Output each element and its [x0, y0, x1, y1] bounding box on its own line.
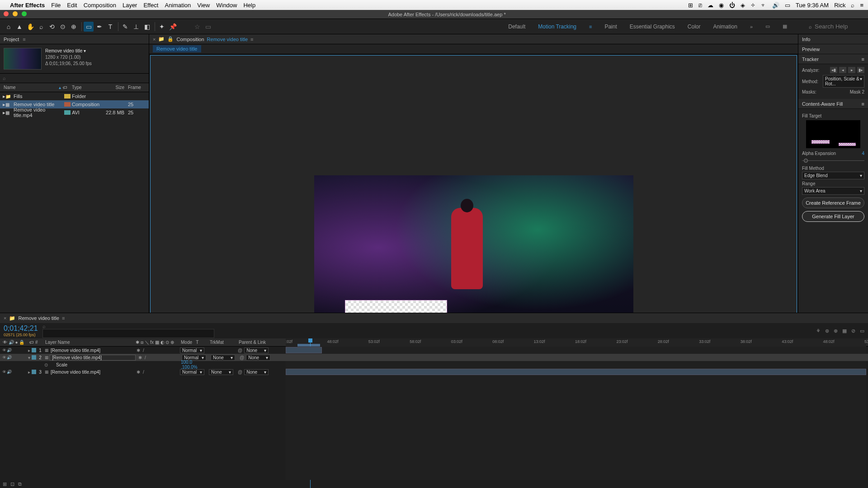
info-panel-header[interactable]: Info [798, 34, 868, 44]
home-icon[interactable]: ⌂ [4, 22, 14, 32]
twirl-icon[interactable]: ▸ [26, 370, 32, 375]
hand-tool-icon[interactable]: ✋ [25, 22, 35, 32]
search-help-input[interactable] [815, 23, 860, 30]
col-trkmat[interactable]: TrkMat [210, 340, 239, 345]
analyze-forward-button[interactable]: ▸ [848, 67, 855, 73]
project-comp-name[interactable]: Remove video title ▾ [45, 48, 92, 54]
audio-toggle[interactable]: 🔊 [7, 355, 11, 360]
preview-panel-header[interactable]: Preview [798, 44, 868, 54]
maximize-window-button[interactable] [22, 11, 27, 16]
minimize-window-button[interactable] [13, 11, 18, 16]
switch-icon[interactable]: ✱ [136, 340, 139, 345]
panel-menu-icon[interactable]: ≡ [862, 56, 864, 62]
cc-icon[interactable]: ◉ [719, 2, 724, 9]
app-name[interactable]: After Effects [10, 2, 45, 9]
status-icon[interactable]: ◈ [741, 2, 745, 9]
timeline-timecode[interactable]: 0;01;42;21 [4, 324, 38, 333]
timeline-layer-row[interactable]: 👁🔊▸1▦[Remove video title.mp4]✱/Normal▾@N… [0, 347, 868, 354]
workspace-paint[interactable]: Paint [604, 23, 617, 30]
col-solo-icon[interactable]: ● [15, 340, 18, 345]
col-type[interactable]: Type [72, 85, 99, 90]
layer-switch[interactable]: ✱ [137, 348, 140, 353]
generate-fill-layer-button[interactable]: Generate Fill Layer [802, 211, 864, 222]
twirl-icon[interactable]: ▾ [26, 355, 32, 360]
workspace-color[interactable]: Color [688, 23, 701, 30]
label-swatch[interactable] [32, 355, 36, 360]
menu-animation[interactable]: Animation [165, 2, 191, 9]
workspace-motion-tracking[interactable]: Motion Tracking [538, 23, 576, 30]
layer-switch[interactable]: ✱ [137, 370, 140, 375]
zoom-tool-icon[interactable]: ⌕ [36, 22, 46, 32]
spotlight-icon[interactable]: ⌕ [851, 2, 854, 9]
status-icon[interactable]: ⏻ [729, 2, 735, 9]
user-name[interactable]: Rick [834, 2, 845, 9]
timeline-search-input[interactable] [42, 329, 214, 338]
col-mode[interactable]: Mode [181, 340, 192, 345]
lock-toggle[interactable] [17, 348, 21, 352]
label-swatch[interactable] [64, 110, 71, 115]
menu-effect[interactable]: Effect [143, 2, 158, 9]
toggle-modes-icon[interactable]: ⊡ [10, 481, 14, 487]
menu-edit[interactable]: Edit [67, 2, 77, 9]
col-label-icon[interactable]: 🏷 [29, 340, 34, 345]
trkmat-dropdown[interactable]: None▾ [211, 355, 235, 361]
toggle-icon[interactable]: ⧉ [18, 481, 22, 487]
timeline-tool-icon[interactable]: ⚘ [816, 328, 821, 334]
col-t[interactable]: T [196, 340, 198, 345]
parent-dropdown[interactable]: None▾ [244, 369, 269, 375]
star-icon[interactable]: ☆ [192, 22, 202, 32]
orbit-tool-icon[interactable]: ⟲ [47, 22, 57, 32]
menu-view[interactable]: View [197, 2, 210, 9]
switch-icon[interactable]: ⊙ [165, 340, 169, 345]
analyze-forward-one-button[interactable]: ▮▸ [857, 67, 864, 73]
rotate-tool-icon[interactable]: ⊙ [58, 22, 68, 32]
caf-panel-header[interactable]: Content-Aware Fill ≡ [798, 99, 868, 109]
timeline-tool-icon[interactable]: ⊛ [825, 328, 829, 334]
menu-window[interactable]: Window [216, 2, 237, 9]
workspace-default[interactable]: Default [508, 23, 525, 30]
clock[interactable]: Tue 9:36 AM [796, 2, 829, 9]
analyze-back-one-button[interactable]: ◂▮ [830, 67, 837, 73]
label-swatch[interactable] [32, 348, 36, 352]
type-tool-icon[interactable]: T [105, 22, 115, 32]
property-value[interactable]: 100.0 ,100.0% [181, 360, 210, 370]
trkmat-dropdown[interactable]: None▾ [209, 369, 233, 375]
workspace-menu-icon[interactable]: ≡ [589, 24, 592, 29]
solo-toggle[interactable] [12, 348, 16, 352]
pickwhip-icon[interactable]: @ [240, 355, 244, 360]
col-parent[interactable]: Parent & Link [239, 340, 279, 345]
project-item[interactable]: ▸📁FillsFolder [0, 92, 149, 100]
alpha-expansion-value[interactable]: 4 [862, 151, 864, 156]
shape-group-icon[interactable]: ▭ [203, 22, 213, 32]
project-item[interactable]: ▸▦Remove video title.mp4AVI22.8 MB25 [0, 108, 149, 117]
layer-switch[interactable]: / [143, 370, 144, 375]
pen-tool-icon[interactable]: ✒ [94, 22, 104, 32]
visibility-toggle[interactable]: 👁 [2, 355, 6, 360]
clone-tool-icon[interactable]: ⊥ [131, 22, 141, 32]
switch-icon[interactable]: ＼ [145, 340, 149, 345]
switch-icon[interactable]: fx [150, 340, 154, 345]
pickwhip-icon[interactable]: @ [238, 348, 242, 353]
tab-close-icon[interactable]: × [4, 315, 6, 321]
selection-tool-icon[interactable]: ▲ [14, 22, 24, 32]
switch-icon[interactable]: ◐ [160, 340, 165, 345]
battery-icon[interactable]: ▭ [785, 2, 790, 9]
col-layer-name[interactable]: Layer Name [45, 340, 136, 345]
close-window-button[interactable] [4, 11, 9, 16]
label-swatch[interactable] [64, 94, 71, 99]
toggle-switches-icon[interactable]: ⊞ [3, 481, 7, 487]
roto-tool-icon[interactable]: ✦ [157, 22, 167, 32]
switch-icon[interactable]: ⧈ [141, 340, 143, 345]
twirl-icon[interactable]: ▸ [26, 348, 32, 353]
brush-tool-icon[interactable]: ✎ [120, 22, 130, 32]
label-swatch[interactable] [32, 370, 36, 374]
pickwhip-icon[interactable]: @ [238, 370, 242, 375]
solo-toggle[interactable] [12, 370, 16, 374]
create-reference-frame-button[interactable]: Create Reference Frame [802, 197, 864, 208]
lock-toggle[interactable] [17, 355, 21, 360]
menu-icon[interactable]: ≡ [860, 2, 863, 9]
menu-help[interactable]: Help [243, 2, 255, 9]
layer-name[interactable]: [Remove video title.mp4] [49, 348, 135, 353]
layer-property-row[interactable]: ⊙Scale100.0 ,100.0% [0, 361, 868, 368]
method-dropdown[interactable]: Position, Scale & Rot...▾ [823, 75, 864, 88]
